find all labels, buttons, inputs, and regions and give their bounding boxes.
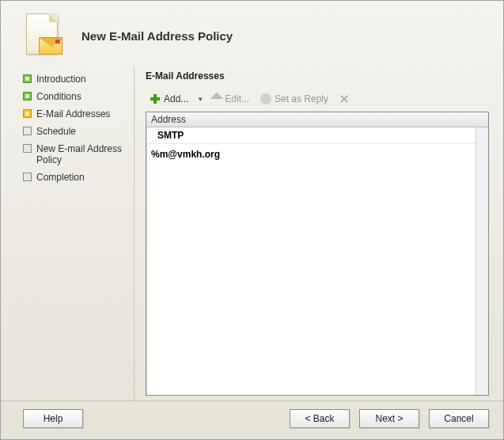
- edit-label: Edit...: [225, 93, 249, 104]
- check-icon: [23, 92, 32, 101]
- step-label: Conditions: [36, 91, 81, 102]
- reply-label: Set as Reply: [275, 93, 328, 104]
- pending-step-icon: [23, 127, 32, 135]
- reply-icon: [260, 93, 271, 104]
- add-label: Add...: [164, 93, 188, 104]
- main-panel: E-Mail Addresses Add... ▼ Edit... Set as…: [134, 67, 489, 400]
- step-completion[interactable]: Completion: [23, 169, 134, 186]
- help-button[interactable]: Help: [23, 409, 83, 428]
- envelope-icon: [23, 12, 64, 59]
- step-label: New E-mail Address Policy: [36, 143, 134, 165]
- dropdown-arrow-icon[interactable]: ▼: [195, 96, 205, 103]
- dialog-title: New E-Mail Address Policy: [81, 29, 233, 43]
- toolbar: Add... ▼ Edit... Set as Reply: [146, 88, 489, 112]
- step-email-addresses[interactable]: E-Mail Addresses: [23, 105, 134, 123]
- section-title: E-Mail Addresses: [146, 67, 489, 88]
- address-list: Address SMTP %m@vmkh.org: [146, 112, 489, 396]
- step-schedule[interactable]: Schedule: [23, 123, 134, 140]
- list-type-row[interactable]: SMTP: [146, 127, 476, 144]
- step-label: Completion: [36, 172, 85, 183]
- check-icon: [23, 74, 32, 83]
- step-new-policy[interactable]: New E-mail Address Policy: [23, 140, 134, 169]
- step-introduction[interactable]: Introduction: [23, 70, 134, 88]
- cancel-button[interactable]: Cancel: [429, 409, 489, 428]
- next-button[interactable]: Next >: [359, 409, 419, 428]
- delete-button[interactable]: [335, 92, 353, 106]
- back-button[interactable]: < Back: [290, 409, 350, 428]
- header: New E-Mail Address Policy: [1, 1, 503, 67]
- pencil-icon: [210, 93, 224, 106]
- edit-button[interactable]: Edit...: [208, 91, 253, 107]
- step-label: Introduction: [36, 74, 86, 85]
- set-as-reply-button[interactable]: Set as Reply: [256, 91, 332, 107]
- step-label: E-Mail Addresses: [36, 108, 110, 119]
- pending-step-icon: [23, 144, 32, 153]
- add-button[interactable]: Add...: [146, 91, 192, 107]
- plus-icon: [150, 93, 161, 104]
- pending-step-icon: [23, 173, 32, 181]
- wizard-dialog: New E-Mail Address Policy Introduction C…: [0, 0, 504, 440]
- current-step-icon: [23, 109, 32, 118]
- list-item[interactable]: %m@vmkh.org: [146, 144, 476, 165]
- delete-icon: [339, 94, 349, 104]
- column-header-address[interactable]: Address: [146, 112, 488, 127]
- wizard-steps: Introduction Conditions E-Mail Addresses…: [23, 67, 134, 400]
- step-label: Schedule: [36, 126, 76, 137]
- footer: Help < Back Next > Cancel: [1, 400, 503, 439]
- step-conditions[interactable]: Conditions: [23, 88, 134, 105]
- scrollbar[interactable]: [476, 127, 488, 395]
- content: Introduction Conditions E-Mail Addresses…: [1, 67, 503, 400]
